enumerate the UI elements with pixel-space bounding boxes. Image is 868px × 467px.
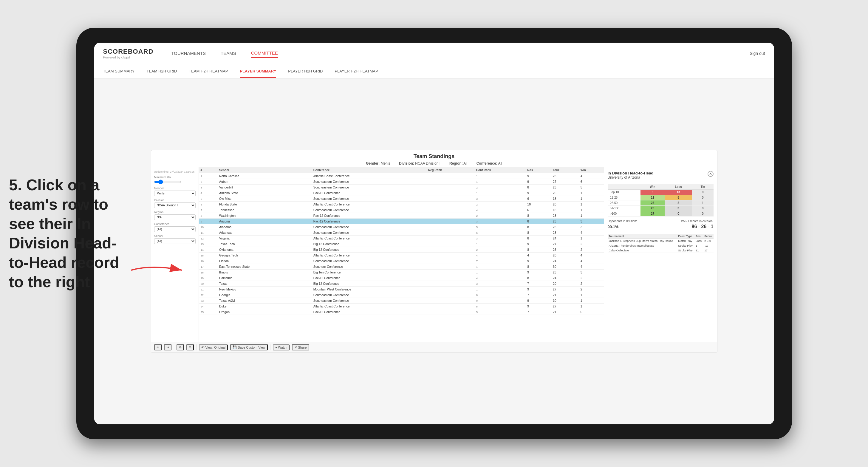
sign-out[interactable]: Sign out <box>750 51 765 56</box>
table-row[interactable]: 21 New Mexico Mountain West Conference 1… <box>199 287 604 292</box>
cell-conference: Southeastern Conference <box>312 292 426 298</box>
cell-rds: 8 <box>525 275 551 281</box>
nav-teams[interactable]: TEAMS <box>221 49 236 57</box>
table-row[interactable]: 12 Virginia Atlantic Coast Conference 3 … <box>199 236 604 241</box>
undo-button[interactable]: ↩ <box>154 344 162 350</box>
cell-rds: 7 <box>525 292 551 298</box>
min-rounds-slider[interactable] <box>154 180 196 184</box>
table-area: # School Conference Reg Rank Conf Rank R… <box>199 167 604 342</box>
table-row[interactable]: 15 Georgia Tech Atlantic Coast Conferenc… <box>199 253 604 258</box>
cell-conference: Pac-12 Conference <box>312 213 426 219</box>
cell-reg-rank <box>426 287 474 292</box>
cell-conference: Mountain West Conference <box>312 287 426 292</box>
table-row[interactable]: 18 Illinois Big Ten Conference 1 9 23 3 <box>199 270 604 275</box>
cell-conf-rank: 9 <box>474 298 526 304</box>
cell-school: California <box>217 275 312 281</box>
table-row[interactable]: 3 Vanderbilt Southeastern Conference 2 8… <box>199 185 604 190</box>
h2h-win: 25 <box>641 200 664 206</box>
table-row[interactable]: 6 Florida State Atlantic Coast Conferenc… <box>199 201 604 207</box>
table-row[interactable]: 14 Oklahoma Big 12 Conference 2 8 26 2 <box>199 247 604 253</box>
cell-school: Auburn <box>217 179 312 185</box>
division-label: Division: <box>399 161 414 165</box>
min-rounds-label: Minimum Rou... <box>154 176 196 179</box>
h2h-row: 51-100 20 3 0 <box>608 206 714 211</box>
sub-nav-player-summary[interactable]: PLAYER SUMMARY <box>240 64 276 78</box>
table-row[interactable]: 1 North Carolina Atlantic Coast Conferen… <box>199 173 604 179</box>
min-rounds-range[interactable] <box>154 180 181 184</box>
cell-win: 1 <box>579 207 604 213</box>
table-row[interactable]: 24 Duke Atlantic Coast Conference 5 9 27… <box>199 304 604 309</box>
nav-tournaments[interactable]: TOURNAMENTS <box>171 49 206 57</box>
top-nav: SCOREBOARD Powered by clippd TOURNAMENTS… <box>94 43 774 64</box>
cell-tour: 27 <box>551 241 579 247</box>
zoom-out-button[interactable]: ⊖ <box>186 344 194 350</box>
table-row[interactable]: 7 Tennessee Southeastern Conference 4 6 … <box>199 207 604 213</box>
table-row[interactable]: 2 Auburn Southeastern Conference 1 9 27 … <box>199 179 604 185</box>
cell-win: 1 <box>579 213 604 219</box>
cell-conference: Atlantic Coast Conference <box>312 201 426 207</box>
cell-school: Texas <box>217 281 312 287</box>
table-row[interactable]: 13 Texas Tech Big 12 Conference 1 9 27 2 <box>199 241 604 247</box>
sub-nav-team-h2h-heatmap[interactable]: TEAM H2H HEATMAP <box>189 64 228 78</box>
conference-label: Conference: <box>476 161 497 165</box>
table-row[interactable]: 20 Texas Big 12 Conference 3 7 20 2 <box>199 281 604 287</box>
cell-rds: 8 <box>525 185 551 190</box>
table-row[interactable]: 22 Georgia Southeastern Conference 8 7 2… <box>199 292 604 298</box>
cell-conf-rank: 2 <box>474 201 526 207</box>
nav-committee[interactable]: COMMITTEE <box>251 49 278 58</box>
cell-rank: 3 <box>199 185 218 190</box>
region-select[interactable]: N/A <box>154 214 196 220</box>
tournament-name: Jackson T. Stephens Cup Men's Match-Play… <box>608 239 677 243</box>
table-row[interactable]: 11 Arkansas Southeastern Conference 6 8 … <box>199 230 604 236</box>
t-col-type: Event Type <box>677 234 694 239</box>
gender-select[interactable]: Men's <box>154 191 196 196</box>
sub-nav-team-h2h-grid[interactable]: TEAM H2H GRID <box>146 64 177 78</box>
sub-nav-player-h2h-grid[interactable]: PLAYER H2H GRID <box>288 64 322 78</box>
cell-school: Florida State <box>217 201 312 207</box>
cell-win: 1 <box>579 304 604 309</box>
view-original-button[interactable]: 👁 View: Original <box>199 344 228 350</box>
cell-win: 4 <box>579 258 604 264</box>
h2h-win: 20 <box>641 206 664 211</box>
cell-rds: 4 <box>525 253 551 258</box>
division-select[interactable]: NCAA Division I <box>154 203 196 208</box>
watch-button[interactable]: ● Watch <box>273 344 289 350</box>
table-row[interactable]: 5 Ole Miss Southeastern Conference 3 6 1… <box>199 196 604 201</box>
cell-reg-rank <box>426 185 474 190</box>
cell-rank: 2 <box>199 179 218 185</box>
table-row[interactable]: 4 Arizona State Pac-12 Conference 1 9 26… <box>199 190 604 196</box>
h2h-col-win: Win <box>641 184 664 190</box>
bottom-toolbar: ↩ ↪ ⊕ ⊖ 👁 View: Original 💾 Save Custom V… <box>151 342 717 352</box>
table-row[interactable]: 9 Arizona Pac-12 Conference 3 8 23 3 <box>199 219 604 224</box>
conference-select[interactable]: (All) <box>154 226 196 232</box>
cell-reg-rank <box>426 281 474 287</box>
h2h-loss: 0 <box>664 211 692 217</box>
school-select[interactable]: (All) <box>154 238 196 244</box>
logo-title: SCOREBOARD <box>103 48 154 56</box>
region-filter: Region: All <box>450 161 468 165</box>
zoom-in-button[interactable]: ⊕ <box>177 344 184 350</box>
table-row[interactable]: 25 Oregon Pac-12 Conference 5 7 21 0 <box>199 309 604 315</box>
cell-tour: 23 <box>551 230 579 236</box>
table-row[interactable]: 23 Texas A&M Southeastern Conference 9 9… <box>199 298 604 304</box>
redo-button[interactable]: ↪ <box>164 344 172 350</box>
cell-rds: 8 <box>525 224 551 230</box>
table-row[interactable]: 19 California Pac-12 Conference 4 8 24 2 <box>199 275 604 281</box>
cell-school: Illinois <box>217 270 312 275</box>
table-row[interactable]: 16 Florida Southeastern Conference 7 9 2… <box>199 258 604 264</box>
cell-rank: 18 <box>199 270 218 275</box>
cell-conference: Pac-12 Conference <box>312 275 426 281</box>
cell-tour: 23 <box>551 219 579 224</box>
h2h-range-label: >100 <box>608 211 641 217</box>
table-row[interactable]: 8 Washington Pac-12 Conference 2 8 23 1 <box>199 213 604 219</box>
sub-nav-player-h2h-heatmap[interactable]: PLAYER H2H HEATMAP <box>335 64 378 78</box>
save-custom-view-button[interactable]: 💾 Save Custom View <box>230 344 268 350</box>
watch-icon: ● <box>275 346 277 349</box>
sub-nav-team-summary[interactable]: TEAM SUMMARY <box>103 64 135 78</box>
h2h-team: University of Arizona <box>608 175 654 180</box>
share-button[interactable]: ↗ Share <box>292 344 309 350</box>
table-row[interactable]: 17 East Tennessee State Southern Confere… <box>199 264 604 270</box>
close-button[interactable]: ✕ <box>708 171 714 177</box>
cell-conference: Pac-12 Conference <box>312 309 426 315</box>
table-row[interactable]: 10 Alabama Southeastern Conference 5 8 2… <box>199 224 604 230</box>
